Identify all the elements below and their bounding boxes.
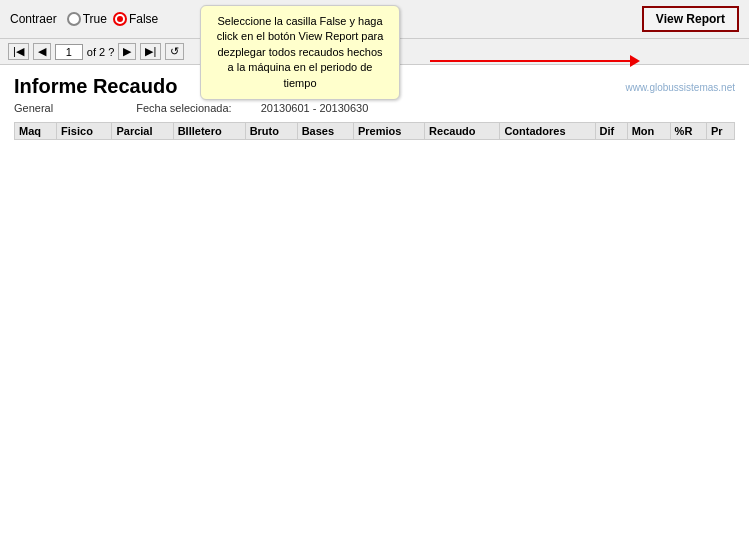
page-info: of 2 ?: [87, 46, 115, 58]
header-row: Maq Fisico Parcial BIlletero Bruto Bases…: [15, 123, 735, 140]
th-recaudo: Recaudo: [425, 123, 500, 140]
first-page-button[interactable]: |◀: [8, 43, 29, 60]
prev-page-button[interactable]: ◀: [33, 43, 51, 60]
radio-true-label: True: [83, 12, 107, 26]
radio-true-option[interactable]: True: [67, 12, 107, 26]
table-header: Maq Fisico Parcial BIlletero Bruto Bases…: [15, 123, 735, 140]
radio-false-option[interactable]: False: [113, 12, 158, 26]
th-maq: Maq: [15, 123, 57, 140]
report-meta: General Fecha selecionada: 20130601 - 20…: [14, 102, 735, 114]
tooltip-balloon: Seleccione la casilla False y haga click…: [200, 5, 400, 100]
radio-false-circle[interactable]: [113, 12, 127, 26]
page-input[interactable]: [55, 44, 83, 60]
date-value: 20130601 - 20130630: [261, 102, 369, 114]
arrow-line: [430, 60, 630, 62]
th-mon: Mon: [627, 123, 670, 140]
refresh-button[interactable]: ↺: [165, 43, 184, 60]
th-contadores: Contadores: [500, 123, 595, 140]
radio-true-circle[interactable]: [67, 12, 81, 26]
next-page-button[interactable]: ▶: [118, 43, 136, 60]
th-parcial: Parcial: [112, 123, 173, 140]
th-pR: %R: [670, 123, 706, 140]
report-website: www.globussistemas.net: [626, 82, 736, 93]
contraer-label: Contraer: [10, 12, 57, 26]
th-dif: Dif: [595, 123, 627, 140]
arrow-indicator: [430, 55, 640, 67]
th-bases: Bases: [297, 123, 353, 140]
general-label: General: [14, 102, 53, 114]
th-pr: Pr: [706, 123, 734, 140]
tooltip-text: Seleccione la casilla False y haga click…: [217, 15, 384, 89]
th-bruto: Bruto: [245, 123, 297, 140]
radio-dot: [117, 16, 123, 22]
radio-false-label: False: [129, 12, 158, 26]
arrow-head: [630, 55, 640, 67]
th-premios: Premios: [353, 123, 424, 140]
view-report-button[interactable]: View Report: [642, 6, 739, 32]
th-fisico: Fisico: [57, 123, 112, 140]
radio-group: True False: [67, 12, 159, 26]
data-table: Maq Fisico Parcial BIlletero Bruto Bases…: [14, 122, 735, 140]
last-page-button[interactable]: ▶|: [140, 43, 161, 60]
date-label: Fecha selecionada: 20130601 - 20130630: [136, 102, 388, 114]
th-billetero: BIlletero: [173, 123, 245, 140]
